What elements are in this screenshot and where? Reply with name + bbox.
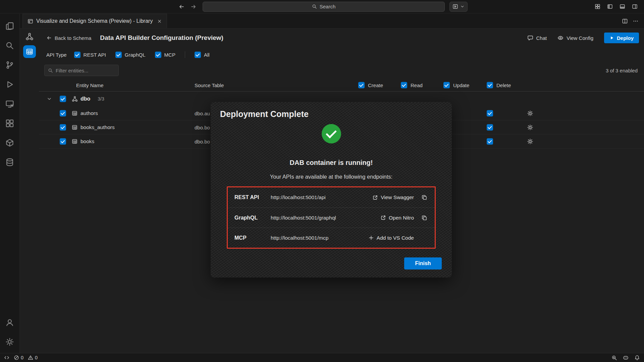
divider	[185, 51, 185, 58]
row-delete-checkbox[interactable]	[487, 138, 493, 144]
mcp-checkbox-item[interactable]: MCP	[155, 52, 175, 58]
row-checkbox[interactable]	[60, 110, 66, 116]
graphql-label: GraphQL	[125, 52, 146, 58]
tab-visualize-design-schema[interactable]: Visualize and Design Schema (Preview) - …	[22, 14, 167, 28]
view-config-label: View Config	[567, 35, 593, 41]
deploy-button[interactable]: Deploy	[604, 33, 639, 43]
delete-column-checkbox[interactable]	[487, 82, 493, 88]
copy-url-icon[interactable]	[421, 215, 428, 221]
page-header: Back to Schema Data API Builder Configur…	[39, 28, 644, 47]
enabled-count: 3 of 3 enabled	[606, 68, 638, 73]
group-checkbox[interactable]	[60, 96, 66, 102]
search-view-icon[interactable]	[0, 36, 20, 55]
back-to-schema-link[interactable]: Back to Schema	[46, 35, 91, 41]
zoom-icon[interactable]	[611, 355, 617, 361]
dab-running-status: DAB container is running!	[211, 159, 452, 167]
endpoint-url: http://localhost:5001/mcp	[271, 235, 368, 241]
run-debug-icon[interactable]	[0, 75, 20, 94]
containers-icon[interactable]	[0, 133, 20, 153]
row-settings-gear-icon[interactable]	[527, 124, 533, 130]
history-forward-button[interactable]	[189, 2, 199, 12]
rest-api-checkbox-item[interactable]: REST API	[74, 52, 106, 58]
entity-filter-row: 3 of 3 enabled	[39, 62, 644, 79]
eye-icon	[557, 35, 564, 41]
mcp-checkbox[interactable]	[155, 52, 161, 58]
update-column-checkbox[interactable]	[443, 82, 450, 88]
graphql-checkbox[interactable]	[115, 52, 122, 58]
search-placeholder: Search	[320, 4, 336, 9]
back-label: Back to Schema	[55, 35, 91, 41]
toggle-panel-button[interactable]	[617, 2, 627, 12]
toggle-secondary-sidebar-button[interactable]	[630, 2, 640, 12]
endpoint-row-mcp: MCP http://localhost:5001/mcp Add to VS …	[228, 228, 435, 248]
problems-errors[interactable]: 0	[14, 355, 23, 360]
graphql-checkbox-item[interactable]: GraphQL	[115, 52, 146, 58]
filter-search-icon	[48, 68, 53, 73]
row-checkbox[interactable]	[60, 124, 66, 130]
copilot-icon[interactable]	[623, 355, 629, 361]
header-actions: Chat View Config Deploy	[527, 33, 639, 43]
toggle-primary-sidebar-button[interactable]	[605, 2, 615, 12]
finish-button[interactable]: Finish	[404, 257, 442, 269]
row-settings-gear-icon[interactable]	[527, 110, 533, 116]
database-icon[interactable]	[0, 153, 20, 172]
customize-layout-button[interactable]	[592, 2, 602, 12]
collapse-chevron-icon[interactable]	[47, 96, 52, 102]
run-task-dropdown[interactable]	[449, 2, 468, 12]
source-control-icon[interactable]	[0, 55, 20, 75]
command-center-search[interactable]: Search	[203, 2, 445, 12]
endpoint-name: REST API	[234, 194, 271, 200]
table-icon	[72, 138, 77, 144]
row-settings-gear-icon[interactable]	[527, 138, 533, 144]
external-link-icon	[372, 195, 378, 200]
create-column-checkbox[interactable]	[358, 82, 365, 88]
endpoint-row-graphql: GraphQL http://localhost:5001/graphql Op…	[228, 207, 435, 228]
endpoint-url: http://localhost:5001/api	[271, 194, 372, 200]
status-bar: 0 0	[0, 353, 644, 362]
chat-label: Chat	[536, 35, 547, 41]
explorer-icon[interactable]	[0, 16, 20, 36]
accounts-icon[interactable]	[0, 313, 20, 332]
entity-source: dbo.au	[195, 110, 210, 116]
schema-diagram-icon[interactable]	[25, 33, 34, 41]
endpoint-action-label: View Swagger	[381, 194, 414, 200]
col-entity-name: Entity Name	[76, 82, 104, 88]
history-back-button[interactable]	[176, 2, 186, 12]
remote-indicator[interactable]	[4, 355, 9, 360]
view-swagger-button[interactable]: View Swagger	[372, 194, 414, 200]
all-label: All	[204, 52, 210, 58]
schema-designer-tab-icon	[28, 18, 33, 24]
dialog-title: Deployment Complete	[220, 109, 309, 119]
row-delete-checkbox[interactable]	[487, 110, 493, 116]
settings-gear-icon[interactable]	[0, 332, 20, 352]
filter-entities-box[interactable]	[44, 65, 119, 76]
all-checkbox[interactable]	[195, 52, 201, 58]
page-title: Data API Builder Configuration (Preview)	[100, 34, 223, 42]
entity-source: dbo.bo	[195, 138, 210, 144]
endpoints-highlight-box: REST API http://localhost:5001/api View …	[227, 186, 436, 249]
remote-explorer-icon[interactable]	[0, 94, 20, 114]
chevron-down-icon	[460, 4, 465, 9]
more-actions-icon[interactable]	[633, 18, 639, 24]
all-checkbox-item[interactable]: All	[195, 52, 210, 58]
split-editor-icon[interactable]	[622, 18, 628, 24]
api-builder-active-icon[interactable]	[23, 45, 36, 58]
rest-api-checkbox[interactable]	[74, 52, 80, 58]
view-config-button[interactable]: View Config	[557, 35, 593, 41]
api-type-label: API Type	[46, 52, 67, 58]
read-column-checkbox[interactable]	[401, 82, 407, 88]
tab-close-icon[interactable]	[157, 19, 162, 24]
filter-entities-input[interactable]	[56, 68, 115, 73]
chat-button[interactable]: Chat	[527, 35, 547, 41]
extensions-icon[interactable]	[0, 114, 20, 133]
notifications-bell-icon[interactable]	[634, 355, 640, 361]
group-name: dbo	[80, 96, 90, 102]
row-checkbox[interactable]	[60, 138, 66, 144]
col-update: Update	[443, 82, 469, 88]
copy-url-icon[interactable]	[421, 194, 428, 200]
open-nitro-button[interactable]: Open Nitro	[380, 215, 414, 221]
problems-warnings[interactable]: 0	[28, 355, 38, 360]
row-delete-checkbox[interactable]	[487, 124, 493, 130]
titlebar: Search	[0, 0, 644, 13]
add-to-vscode-button[interactable]: Add to VS Code	[368, 235, 414, 241]
